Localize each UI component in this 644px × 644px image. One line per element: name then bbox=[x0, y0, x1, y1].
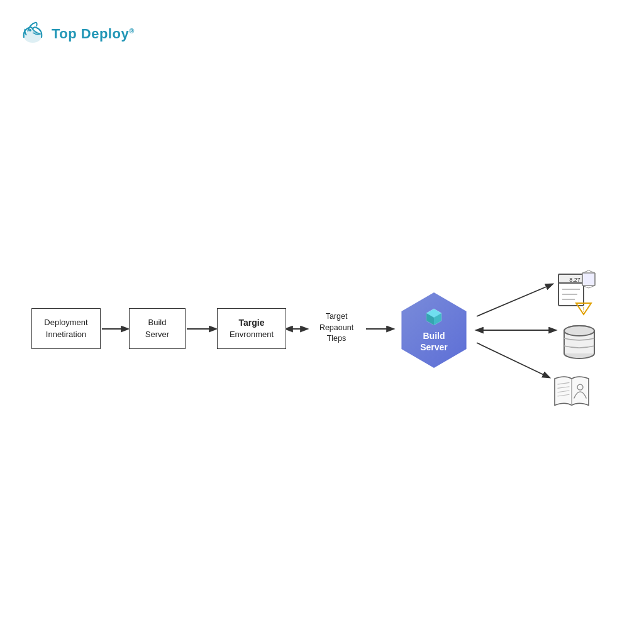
logo-text: Top Deploy® bbox=[52, 26, 135, 42]
cube-icon bbox=[425, 308, 443, 328]
targie-label: TargieEnvronment bbox=[230, 317, 274, 341]
steps-text: TargetRepaountTleps bbox=[308, 311, 365, 345]
icon-mid bbox=[557, 319, 602, 365]
icon-bot bbox=[549, 368, 594, 413]
svg-rect-21 bbox=[582, 273, 595, 286]
logo-icon bbox=[18, 18, 48, 50]
svg-point-28 bbox=[564, 326, 594, 336]
targie-box: TargieEnvronment bbox=[217, 308, 286, 349]
package-icon-top: 8.27 ! bbox=[553, 270, 599, 316]
svg-text:!: ! bbox=[583, 306, 585, 313]
hexagon-container: BuildServer bbox=[393, 289, 475, 371]
steps-label: TargetRepaountTleps bbox=[319, 312, 353, 343]
build-box: BuildServer bbox=[129, 308, 186, 349]
svg-line-6 bbox=[477, 284, 552, 316]
svg-text:8.27: 8.27 bbox=[569, 277, 580, 283]
logo: Top Deploy® bbox=[18, 18, 135, 50]
build-label: BuildServer bbox=[145, 317, 169, 340]
hexagon-build-server: BuildServer bbox=[396, 292, 472, 368]
hexagon-label: BuildServer bbox=[420, 330, 448, 353]
arrows-svg bbox=[19, 264, 623, 428]
deployment-box: DeploymentInnetiration bbox=[31, 308, 101, 349]
storage-icon-mid bbox=[557, 319, 602, 365]
deployment-label: DeploymentInnetiration bbox=[44, 317, 87, 340]
svg-line-8 bbox=[477, 343, 549, 377]
diagram: DeploymentInnetiration BuildServer Targi… bbox=[19, 264, 623, 428]
document-icon-bot bbox=[549, 368, 594, 413]
icon-top: 8.27 ! bbox=[553, 270, 599, 316]
svg-point-1 bbox=[29, 29, 31, 31]
